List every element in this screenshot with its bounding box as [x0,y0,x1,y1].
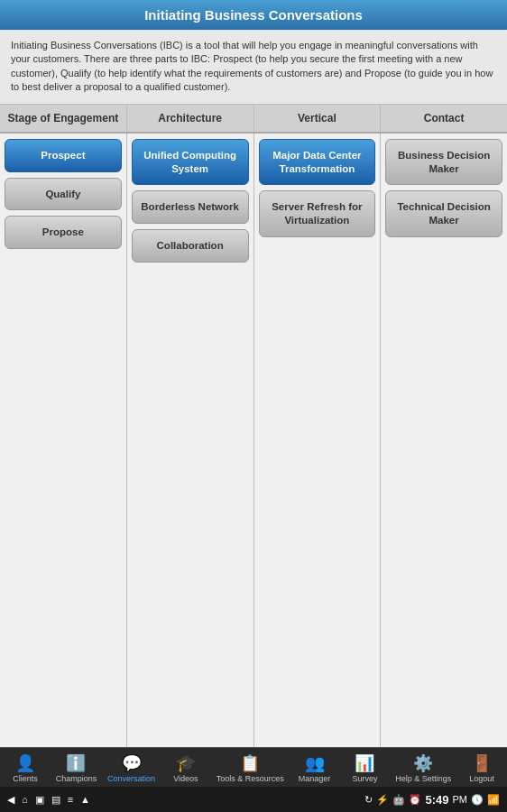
android-icon: 🤖 [392,794,405,806]
clients-label: Clients [13,774,38,783]
champions-icon: ℹ️ [66,753,86,773]
clients-icon: 👤 [15,753,35,773]
btn-business-decision-maker[interactable]: Business Decision Maker [385,139,502,186]
nav-clients[interactable]: 👤 Clients [2,752,49,785]
tools-icon: 📋 [240,753,260,773]
alarm-icon: ⏰ [409,794,421,806]
nav-tools[interactable]: 📋 Tools & Resources [213,752,288,785]
signal-icon: 📶 [487,794,500,806]
nav-logout[interactable]: 🚪 Logout [458,752,505,785]
logout-label: Logout [469,774,494,783]
title-bar: Initiating Business Conversations [0,0,507,30]
table-body: Prospect Qualify Propose Unified Computi… [0,134,507,747]
manager-label: Manager [299,774,331,783]
menu-icon[interactable]: ≡ [68,794,73,805]
btn-unified-computing[interactable]: Unified Computing System [132,139,249,186]
col-header-vertical: Vertical [254,105,382,132]
nav-champions[interactable]: ℹ️ Champions [52,752,101,785]
conversation-icon: 💬 [122,753,142,773]
refresh-icon: ↻ [364,794,373,806]
conversation-label: Conversation [107,774,155,783]
col-header-contact: Contact [381,105,507,132]
main-content: Stage of Engagement Architecture Vertica… [0,105,507,747]
description-area: Initiating Business Conversations (IBC) … [0,30,507,105]
status-right: ↻ ⚡ 🤖 ⏰ 5:49 PM 🕔 📶 [364,793,500,807]
table-header: Stage of Engagement Architecture Vertica… [0,105,507,134]
btn-qualify[interactable]: Qualify [5,178,122,211]
col-contact: Business Decision Maker Technical Decisi… [381,134,507,747]
btn-technical-decision-maker[interactable]: Technical Decision Maker [385,190,502,237]
col-header-architecture: Architecture [127,105,254,132]
status-bar: ◀ ⌂ ▣ ▤ ≡ ▲ ↻ ⚡ 🤖 ⏰ 5:49 PM 🕔 📶 [0,787,507,812]
screenshot-icon[interactable]: ▤ [51,794,60,806]
btn-borderless-network[interactable]: Borderless Network [132,190,249,224]
help-label: Help & Settings [395,774,451,783]
status-left: ◀ ⌂ ▣ ▤ ≡ ▲ [7,794,90,806]
description-text: Initiating Business Conversations (IBC) … [11,40,493,92]
logout-icon: 🚪 [472,753,492,773]
bottom-nav: 👤 Clients ℹ️ Champions 💬 Conversation 🎓 … [0,747,507,787]
title-text: Initiating Business Conversations [144,7,363,23]
btn-prospect[interactable]: Prospect [5,139,122,172]
nav-videos[interactable]: 🎓 Videos [162,752,209,785]
survey-label: Survey [352,774,377,783]
btn-major-data-center[interactable]: Major Data Center Transformation [259,139,376,186]
btn-collaboration[interactable]: Collaboration [132,229,249,263]
nav-help[interactable]: ⚙️ Help & Settings [392,752,455,785]
videos-icon: 🎓 [176,753,196,773]
nav-conversation[interactable]: 💬 Conversation [104,752,159,785]
manager-icon: 👥 [305,753,325,773]
home-icon[interactable]: ⌂ [22,794,28,805]
btn-server-refresh[interactable]: Server Refresh for Virtualization [259,190,376,237]
back-icon[interactable]: ◀ [7,794,14,806]
nav-survey[interactable]: 📊 Survey [341,752,388,785]
am-pm: PM [453,794,468,805]
survey-icon: 📊 [355,753,374,773]
status-time: 5:49 [425,793,448,807]
windows-icon[interactable]: ▣ [35,794,44,806]
col-architecture: Unified Computing System Borderless Netw… [127,134,254,747]
col-header-stage: Stage of Engagement [0,105,127,132]
tools-label: Tools & Resources [217,774,284,783]
bluetooth-icon: ⚡ [376,794,389,806]
btn-propose[interactable]: Propose [5,216,122,249]
champions-label: Champions [56,774,97,783]
videos-label: Videos [173,774,198,783]
nav-up-icon: ▲ [80,794,90,805]
help-icon: ⚙️ [413,753,433,773]
col-vertical: Major Data Center Transformation Server … [254,134,382,747]
clock-icon: 🕔 [471,794,484,806]
col-stage: Prospect Qualify Propose [0,134,127,747]
nav-manager[interactable]: 👥 Manager [291,752,338,785]
